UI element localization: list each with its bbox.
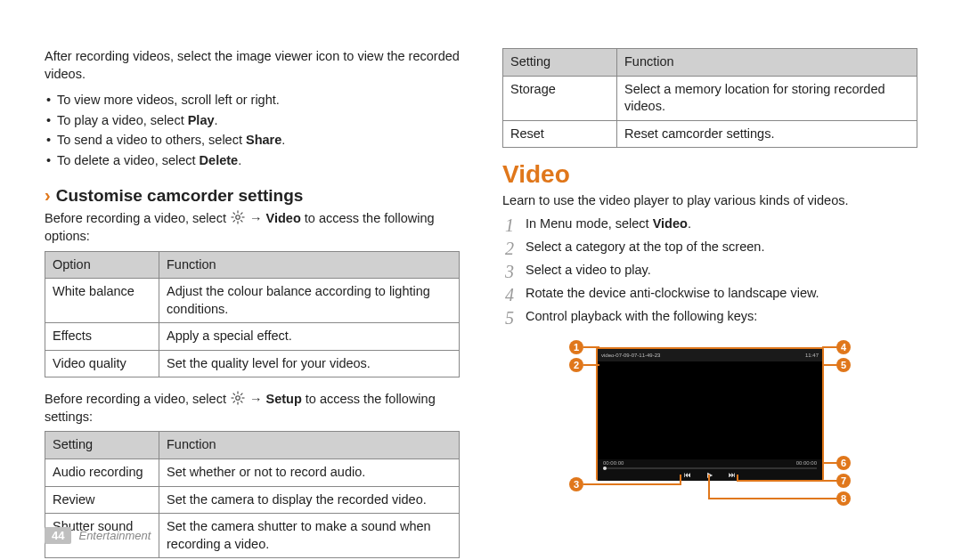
svg-point-0 (236, 215, 240, 220)
step-text: Select a video to play. (526, 262, 651, 280)
table-cell: Set the camera shutter to make a sound w… (159, 514, 460, 558)
player-top-bar: video-07-09-07-11-49-23 11:47 (598, 349, 822, 361)
svg-line-14 (233, 394, 235, 395)
table-row: ReviewSet the camera to display the reco… (45, 486, 460, 514)
table-cell: Video quality (45, 350, 159, 377)
table-cell: Reset (503, 120, 617, 148)
steps-list: 1In Menu mode, select Video. 2Select a c… (502, 215, 917, 328)
svg-line-7 (233, 221, 235, 223)
player-progress-bar (603, 467, 817, 469)
video-player-mock: video-07-09-07-11-49-23 11:47 00:00:00 0… (596, 347, 824, 481)
table-row: Audio recordingSet whether or not to rec… (45, 459, 460, 487)
table-cell: Set whether or not to record audio. (159, 459, 460, 487)
table-header: Option (45, 251, 159, 279)
svg-line-15 (240, 401, 242, 402)
table-header: Function (159, 251, 460, 279)
settings-table-continued: Setting Function StorageSelect a memory … (502, 48, 917, 148)
callout-6: 6 (836, 456, 851, 470)
svg-line-16 (233, 401, 235, 402)
svg-point-9 (236, 396, 240, 401)
bullet-item: To play a video, select Play. (45, 112, 460, 130)
table-cell: Effects (45, 323, 159, 351)
bullet-item: To send a video to others, select Share. (45, 132, 460, 150)
player-time-total: 00:00:00 (796, 460, 817, 466)
callout-lead (583, 483, 680, 485)
step-number: 5 (502, 308, 517, 328)
text-strong: Setup (266, 392, 302, 406)
player-time-elapsed: 00:00:00 (603, 460, 624, 466)
bullet-text-strong: Play (188, 113, 215, 127)
bullet-text-pre: To play a video, select (57, 113, 188, 127)
next-icon: ⏭ (729, 471, 736, 479)
right-column: Setting Function StorageSelect a memory … (502, 48, 917, 560)
bullet-text-post: . (215, 113, 218, 127)
table-header-row: Setting Function (503, 49, 917, 77)
table-cell: Audio recording (45, 459, 159, 487)
before-options-text: Before recording a video, select → Video… (45, 209, 460, 245)
section-heading-video: Video (502, 160, 917, 189)
step-number: 1 (502, 215, 517, 235)
bullet-text: To view more videos, scroll left or righ… (57, 93, 280, 107)
callout-5: 5 (836, 358, 851, 372)
table-cell: Reset camcorder settings. (617, 120, 917, 148)
subheading-customise: › Customise camcorder settings (45, 185, 460, 206)
gear-icon (230, 390, 246, 406)
table-header: Function (159, 432, 460, 459)
chevron-right-icon: › (45, 185, 51, 206)
callout-7: 7 (836, 474, 851, 488)
subheading-text: Customise camcorder settings (56, 186, 304, 206)
step-number: 2 (502, 239, 517, 258)
arrow-text: → (246, 392, 266, 406)
callout-1: 1 (569, 340, 583, 354)
player-clock: 11:47 (805, 353, 819, 358)
svg-line-17 (240, 394, 242, 395)
bullet-text-pre: To send a video to others, select (57, 133, 246, 147)
callout-lead (583, 364, 599, 366)
player-title: video-07-09-07-11-49-23 (601, 353, 660, 358)
bullet-text-strong: Delete (200, 153, 239, 167)
table-header: Setting (45, 432, 159, 459)
bullet-text-pre: To delete a video, select (57, 153, 200, 167)
prev-icon: ⏮ (684, 471, 691, 479)
table-row: Video qualitySet the quality level for y… (45, 350, 460, 377)
player-body (598, 361, 822, 459)
svg-line-5 (233, 213, 235, 215)
svg-line-8 (240, 213, 242, 215)
table-cell: Adjust the colour balance according to l… (159, 279, 460, 323)
table-row: StorageSelect a memory location for stor… (503, 76, 917, 120)
intro-text: After recording videos, select the image… (45, 48, 460, 83)
callout-lead (708, 475, 710, 499)
svg-line-6 (240, 221, 242, 223)
table-cell: Set the quality level for your videos. (159, 350, 460, 377)
bullet-text-post: . (281, 133, 285, 147)
table-cell: Select a memory location for storing rec… (617, 76, 917, 120)
two-column-layout: After recording videos, select the image… (45, 48, 917, 560)
player-diagram-wrap: video-07-09-07-11-49-23 11:47 00:00:00 0… (502, 335, 917, 504)
arrow-text: → (246, 211, 266, 225)
step-number: 3 (502, 262, 517, 281)
text-pre: Before recording a video, select (45, 211, 230, 225)
callout-lead (680, 475, 681, 485)
manual-page: After recording videos, select the image… (0, 0, 962, 560)
options-table: Option Function White balanceAdjust the … (45, 251, 460, 378)
callout-lead (822, 462, 838, 464)
callout-2: 2 (569, 358, 583, 372)
player-time-row: 00:00:00 00:00:00 (603, 460, 817, 466)
bullet-item: To delete a video, select Delete. (45, 152, 460, 170)
page-footer: 44 Entertainment (45, 527, 151, 544)
step-text: In Menu mode, select Video. (526, 215, 691, 233)
callout-4: 4 (836, 340, 851, 354)
table-cell: Review (45, 486, 159, 514)
bullet-item: To view more videos, scroll left or righ… (45, 92, 460, 110)
before-settings-text: Before recording a video, select → Setup… (45, 390, 460, 426)
bullet-text-post: . (238, 153, 241, 167)
text-strong: Video (266, 211, 301, 225)
callout-lead (822, 364, 838, 366)
table-cell: White balance (45, 279, 159, 323)
table-row: ResetReset camcorder settings. (503, 120, 917, 148)
left-column: After recording videos, select the image… (45, 48, 460, 560)
step-item: 1In Menu mode, select Video. (502, 215, 917, 235)
step-number: 4 (502, 285, 517, 304)
step-item: 3Select a video to play. (502, 262, 917, 281)
table-row: White balanceAdjust the colour balance a… (45, 279, 460, 323)
